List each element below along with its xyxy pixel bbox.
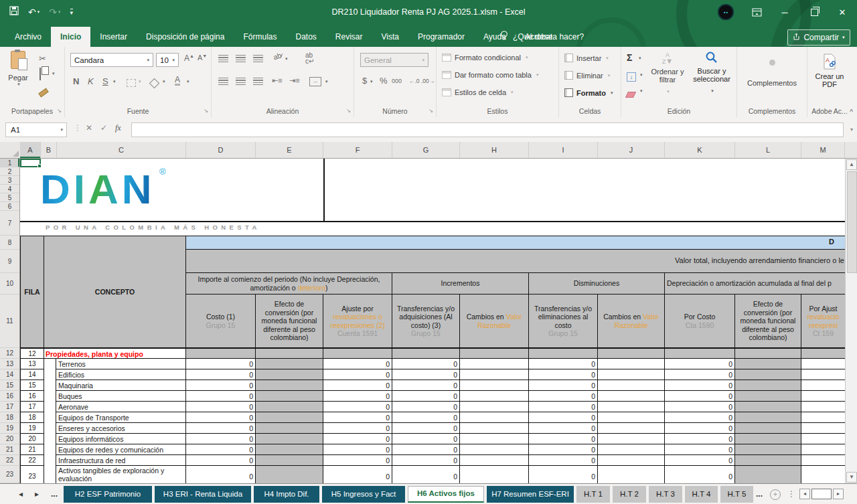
ribbon-tab-archivo[interactable]: Archivo: [5, 27, 51, 47]
row-header-3[interactable]: 3: [0, 176, 19, 185]
fila-cell-21[interactable]: 21: [20, 444, 44, 455]
value-cell[interactable]: [460, 359, 529, 369]
value-cell[interactable]: 0: [665, 434, 735, 444]
value-cell[interactable]: 0: [665, 380, 735, 391]
comma-style-icon[interactable]: 000: [392, 78, 402, 84]
value-cell[interactable]: [598, 466, 665, 483]
format-painter-icon[interactable]: [39, 86, 48, 98]
value-cell[interactable]: [256, 359, 323, 369]
concept-cell-edificios[interactable]: Edificios: [56, 369, 186, 380]
fila-cell-14[interactable]: 14: [20, 369, 44, 380]
value-cell[interactable]: [801, 423, 845, 434]
value-cell[interactable]: [735, 466, 801, 483]
table-banner[interactable]: D: [186, 236, 845, 250]
save-icon[interactable]: [9, 0, 19, 24]
value-cell[interactable]: [598, 391, 665, 402]
table-column-header-2[interactable]: Efecto de conversión (por moneda funcion…: [256, 295, 323, 348]
value-cell[interactable]: [256, 348, 323, 359]
table-group-header-2[interactable]: Incrementos: [392, 273, 529, 295]
row-header-7[interactable]: 7: [0, 211, 19, 236]
fill-color-icon[interactable]: [151, 78, 158, 90]
undo-icon[interactable]: ↶: [28, 0, 36, 24]
column-header-l[interactable]: L: [735, 142, 801, 158]
numero-dialog-launcher-icon[interactable]: ↘: [428, 108, 433, 114]
active-cell-a1[interactable]: [20, 159, 41, 167]
value-cell[interactable]: 0: [529, 402, 598, 412]
vertical-scroll-thumb[interactable]: [847, 171, 857, 273]
row-header-8[interactable]: 8: [0, 236, 19, 250]
value-cell[interactable]: [256, 369, 323, 380]
value-cell[interactable]: 0: [529, 412, 598, 423]
row-header-10[interactable]: 10: [0, 273, 19, 295]
value-cell[interactable]: 0: [665, 359, 735, 369]
row-header-23[interactable]: 23: [0, 466, 19, 483]
value-cell[interactable]: [801, 444, 845, 455]
value-cell[interactable]: [392, 348, 460, 359]
column-header-d[interactable]: D: [186, 142, 256, 158]
value-cell[interactable]: 0: [529, 391, 598, 402]
value-cell[interactable]: [598, 359, 665, 369]
value-cell[interactable]: 0: [392, 391, 460, 402]
value-cell[interactable]: 0: [186, 369, 256, 380]
value-cell[interactable]: 0: [186, 359, 256, 369]
vertical-scrollbar[interactable]: ▲ ▼: [845, 159, 857, 483]
undo-dropdown-icon[interactable]: ▾: [37, 9, 40, 15]
bold-button[interactable]: N: [73, 76, 79, 86]
value-cell[interactable]: 0: [529, 369, 598, 380]
sheet-more-left[interactable]: ...: [51, 489, 58, 499]
value-cell[interactable]: 0: [323, 402, 392, 412]
increase-indent-icon[interactable]: ⇥≡: [289, 76, 300, 85]
column-header-k[interactable]: K: [665, 142, 735, 158]
value-cell[interactable]: 0: [392, 380, 460, 391]
value-cell[interactable]: 0: [186, 391, 256, 402]
value-cell[interactable]: [665, 348, 735, 359]
clear-icon[interactable]: [627, 88, 635, 100]
value-cell[interactable]: 0: [665, 423, 735, 434]
wrap-text-icon[interactable]: abc↵: [305, 52, 314, 64]
value-cell[interactable]: 0: [392, 444, 460, 455]
percent-icon[interactable]: %: [380, 76, 388, 86]
fill-down-icon[interactable]: ↓: [627, 70, 636, 82]
ribbon-tab-vista[interactable]: Vista: [372, 27, 408, 47]
sheet-tab-h-t-3[interactable]: H.T 3: [649, 486, 682, 503]
value-cell[interactable]: 0: [665, 444, 735, 455]
value-cell[interactable]: 0: [392, 455, 460, 466]
formula-input[interactable]: [131, 122, 844, 137]
borders-icon[interactable]: [127, 78, 136, 90]
value-cell[interactable]: [801, 466, 845, 483]
row-header-15[interactable]: 15: [0, 380, 19, 391]
row-header-22[interactable]: 22: [0, 455, 19, 466]
increase-font-icon[interactable]: A▲: [184, 54, 194, 63]
value-cell[interactable]: 0: [392, 466, 460, 483]
sheet-next-icon[interactable]: ▸: [35, 489, 39, 499]
value-cell[interactable]: 0: [186, 466, 256, 483]
concept-cell-infraestructura-de-red[interactable]: Infraestructura de red: [56, 455, 186, 466]
fila-header-cell[interactable]: FILA: [20, 236, 44, 348]
value-cell[interactable]: [598, 348, 665, 359]
row-header-1[interactable]: 1: [0, 159, 19, 167]
row-header-17[interactable]: 17: [0, 402, 19, 412]
value-cell[interactable]: [598, 402, 665, 412]
column-header-e[interactable]: E: [256, 142, 323, 158]
autosum-icon[interactable]: Σ: [627, 52, 632, 63]
value-cell[interactable]: 0: [323, 455, 392, 466]
align-right-icon[interactable]: [253, 78, 263, 85]
row-header-21[interactable]: 21: [0, 444, 19, 455]
sheet-more-right[interactable]: ...: [756, 489, 763, 499]
fila-cell-18[interactable]: 18: [20, 412, 44, 423]
avatar[interactable]: ●●: [718, 4, 734, 20]
merge-dropdown-icon[interactable]: ▾: [325, 79, 328, 84]
row-header-6[interactable]: 6: [0, 202, 19, 211]
underline-button[interactable]: S: [102, 76, 108, 86]
fila-cell-23[interactable]: 23: [20, 466, 44, 483]
hscroll-thumb[interactable]: [811, 489, 832, 499]
value-cell[interactable]: 0: [392, 402, 460, 412]
ribbon-tab-datos[interactable]: Datos: [286, 27, 325, 47]
value-cell[interactable]: [801, 402, 845, 412]
value-cell[interactable]: 0: [529, 455, 598, 466]
align-center-icon[interactable]: [236, 78, 246, 85]
value-cell[interactable]: 0: [323, 412, 392, 423]
hscroll-right-icon[interactable]: ▸: [833, 489, 844, 499]
concept-cell-equipos-inform-ticos[interactable]: Equipos informáticos: [56, 434, 186, 444]
merge-center-icon[interactable]: ↔: [309, 77, 321, 86]
